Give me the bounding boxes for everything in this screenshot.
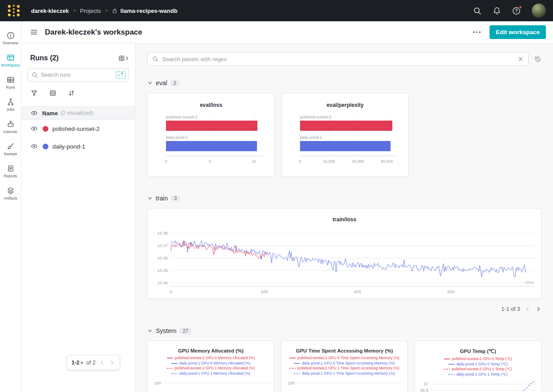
- axis-tick-label: 30,000: [380, 159, 393, 164]
- axis-tick-label: 10,000: [323, 159, 335, 164]
- svg-text:37: 37: [423, 381, 428, 386]
- visibility-eye-icon[interactable]: [31, 143, 38, 150]
- runs-search[interactable]: .*: [28, 68, 129, 82]
- panel-gpu-time-accessing-memory[interactable]: GPU Time Spent Accessing Memory (%) poli…: [281, 341, 408, 392]
- axis-tick-label: 5: [209, 159, 211, 164]
- bar-series-label: daily-pond-1: [300, 135, 397, 140]
- workspace-header: Darek-kleczek's workspace Edit workspace: [21, 21, 553, 43]
- panel-title: GPU Temp (℃): [415, 341, 541, 354]
- section-header-train[interactable]: train 3: [147, 194, 541, 203]
- avatar[interactable]: [532, 4, 546, 18]
- sidebar-item-jobs[interactable]: Jobs: [0, 94, 21, 116]
- prev-page-icon[interactable]: [525, 306, 531, 312]
- document-icon: [7, 165, 15, 172]
- sort-icon[interactable]: [68, 90, 75, 97]
- breadcrumb: darek-kleczek > Projects > llama-recipes…: [31, 8, 178, 14]
- panel-eval-perplexity[interactable]: eval/perplexity polished-sunset-2daily-p…: [281, 93, 409, 177]
- group-icon[interactable]: [49, 90, 56, 97]
- bar-group: daily-pond-1: [300, 135, 397, 151]
- panel-title: GPU Time Spent Accessing Memory (%): [281, 341, 407, 353]
- bar-axis: 0510: [166, 156, 263, 165]
- visibility-eye-icon[interactable]: [31, 110, 38, 117]
- section-header-eval[interactable]: eval 2: [147, 78, 541, 87]
- visibility-eye-icon[interactable]: [31, 125, 38, 132]
- clear-search-icon[interactable]: [517, 56, 524, 62]
- axis-tick-label: 20,000: [352, 159, 364, 164]
- run-row-polished-sunset-2[interactable]: polished-sunset-2: [21, 120, 135, 137]
- sidebar-item-reports[interactable]: Reports: [0, 161, 21, 183]
- section-count-badge: 3: [171, 195, 180, 202]
- chart-legend: polished-sunset-2 GPU 0 Time Spent Acces…: [281, 356, 407, 376]
- bar-series-label: polished-sunset-2: [166, 115, 263, 119]
- panel-train-loss[interactable]: 10.3410.3510.3610.3710.380200400600Step …: [147, 208, 541, 299]
- breadcrumb-user[interactable]: darek-kleczek: [31, 8, 69, 14]
- bar-daily-pond-1: [300, 141, 391, 151]
- bar-polished-sunset-2: [300, 121, 392, 131]
- sidebar-item-overview[interactable]: Overview: [0, 27, 21, 50]
- legend-entry: polished-sunset-2 GPU 0 Time Spent Acces…: [289, 356, 399, 361]
- sidebar-item-artifacts[interactable]: Artifacts: [0, 183, 21, 205]
- legend-entry: polished-sunset-2 GPU 1 Temp (℃): [444, 367, 512, 372]
- run-row-daily-pond-1[interactable]: daily-pond-1: [21, 137, 135, 155]
- next-page-icon[interactable]: [109, 360, 115, 366]
- panel-gpu-memory-allocated[interactable]: GPU Memory Allocated (%) polished-sunset…: [147, 341, 274, 392]
- table-icon: [7, 76, 15, 84]
- pagination-total: of 2: [87, 360, 96, 366]
- bar-series-label: daily-pond-1: [166, 135, 263, 140]
- run-name[interactable]: daily-pond-1: [52, 143, 85, 150]
- menu-icon[interactable]: [30, 28, 38, 36]
- breadcrumb-separator: >: [73, 8, 76, 14]
- section-count-badge: 2: [170, 80, 179, 86]
- svg-text:200: 200: [261, 289, 268, 294]
- svg-text:10.36: 10.36: [157, 255, 168, 260]
- page-size-selector[interactable]: 1-2▾: [71, 360, 83, 366]
- sidebar-item-sweeps[interactable]: Sweeps: [0, 138, 21, 161]
- info-icon: [7, 31, 15, 39]
- caret-down-icon: ▾: [81, 361, 83, 365]
- panel-eval-loss[interactable]: eval/loss polished-sunset-2daily-pond-10…: [147, 93, 275, 177]
- workspace-icon: [7, 54, 15, 62]
- sidebar-item-workspace[interactable]: Workspace: [0, 50, 21, 72]
- panel-gpu-temp[interactable]: GPU Temp (℃) polished-sunset-2 GPU 0 Tem…: [415, 341, 541, 392]
- edit-workspace-button[interactable]: Edit workspace: [490, 25, 546, 39]
- panel-title: train/loss: [148, 208, 541, 223]
- panel-search[interactable]: [147, 52, 529, 66]
- panels-area: eval 2 eval/loss polished-sunset-2daily-…: [135, 43, 553, 392]
- notifications-bell-icon[interactable]: [493, 7, 501, 15]
- history-icon[interactable]: [534, 55, 541, 63]
- svg-text:36.5: 36.5: [420, 388, 429, 392]
- section-header-system[interactable]: System 27: [147, 326, 541, 335]
- wandb-logo[interactable]: [7, 4, 20, 17]
- broom-icon: [7, 142, 15, 150]
- search-icon[interactable]: [473, 7, 482, 15]
- runs-search-input[interactable]: [41, 72, 116, 78]
- legend-entry: daily-pond-1 GPU 0 Memory Allocated (%): [171, 361, 250, 366]
- bar-series-label: polished-sunset-2: [300, 115, 397, 119]
- panel-title: GPU Memory Allocated (%): [148, 341, 274, 353]
- regex-toggle-button[interactable]: .*: [116, 71, 126, 79]
- breadcrumb-project[interactable]: llama-recipes-wandb: [120, 8, 178, 14]
- svg-text:10.38: 10.38: [157, 231, 168, 235]
- legend-label: daily-pond-1 GPU 1 Time Spent Accessing …: [302, 371, 395, 376]
- legend-label: daily-pond-1 GPU 1 Temp (℃): [456, 372, 507, 377]
- chevron-down-icon: [147, 328, 153, 333]
- panel-search-input[interactable]: [162, 56, 517, 63]
- breadcrumb-projects[interactable]: Projects: [80, 8, 101, 14]
- run-name[interactable]: polished-sunset-2: [52, 125, 100, 132]
- svg-text:10.34: 10.34: [157, 280, 168, 285]
- sidebar-item-runs[interactable]: Runs: [0, 72, 21, 94]
- expand-runs-table-icon[interactable]: [118, 55, 129, 62]
- overflow-menu-icon[interactable]: [472, 29, 482, 36]
- name-column-header[interactable]: Name: [42, 110, 58, 117]
- search-icon: [32, 72, 38, 78]
- filter-icon[interactable]: [31, 90, 38, 97]
- next-page-icon[interactable]: [535, 306, 541, 312]
- workspace-title: Darek-kleczek's workspace: [45, 28, 142, 37]
- legend-label: polished-sunset-2 GPU 0 Memory Allocated…: [175, 356, 255, 361]
- bar-plot: polished-sunset-2daily-pond-1: [166, 115, 263, 151]
- sidebar-item-automations[interactable]: Automat.: [0, 116, 21, 138]
- legend-entry: polished-sunset-2 GPU 0 Memory Allocated…: [167, 356, 255, 361]
- help-icon[interactable]: ?: [512, 7, 521, 15]
- prev-page-icon[interactable]: [99, 360, 105, 366]
- bar-plot: polished-sunset-2daily-pond-1: [300, 115, 397, 151]
